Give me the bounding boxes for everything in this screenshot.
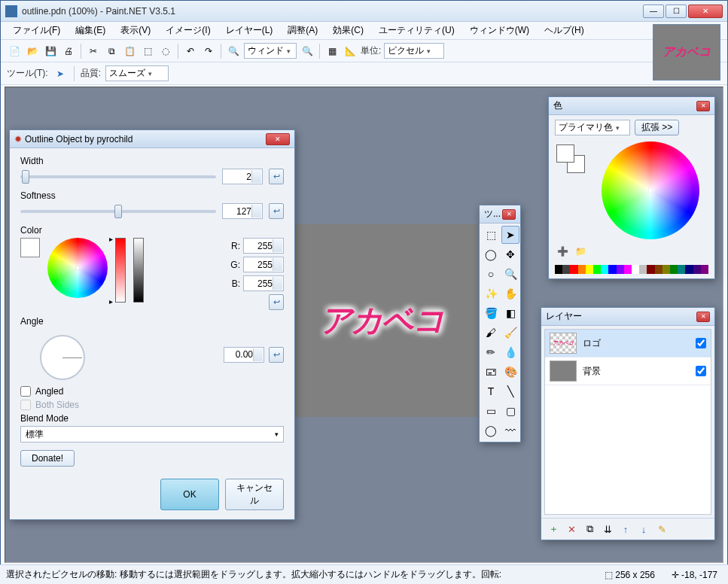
angled-checkbox[interactable]: [20, 386, 31, 397]
brush-tool-icon[interactable]: 🖌: [482, 324, 500, 342]
palette-swatch[interactable]: [678, 265, 685, 274]
grid-icon[interactable]: ▦: [324, 44, 340, 59]
move-tool-icon[interactable]: ➤: [501, 226, 519, 244]
tools-panel[interactable]: ツ... ⬚ ➤ ◯ ✥ ○ 🔍 ✨ ✋ 🪣 ◧ 🖌 🧹 ✏ 💧 🖃 🎨 T ╲…: [479, 205, 521, 443]
line-tool-icon[interactable]: ╲: [501, 382, 519, 400]
recolor-tool-icon[interactable]: 🎨: [501, 363, 519, 381]
palette-swatch[interactable]: [632, 265, 639, 274]
layer-properties-icon[interactable]: ✎: [654, 522, 669, 537]
menu-help[interactable]: ヘルプ(H): [538, 23, 590, 38]
fg-bg-swatches[interactable]: [556, 144, 588, 176]
zoom-in-icon[interactable]: 🔍: [300, 44, 315, 59]
duplicate-layer-icon[interactable]: ⧉: [582, 522, 597, 537]
menu-adjust[interactable]: 調整(A): [282, 23, 324, 38]
colors-titlebar[interactable]: 色: [549, 97, 714, 115]
eraser-tool-icon[interactable]: 🧹: [501, 324, 519, 342]
ellipse-select-tool-icon[interactable]: ○: [482, 265, 500, 283]
close-button[interactable]: [688, 5, 723, 18]
more-button[interactable]: 拡張 >>: [635, 120, 679, 135]
palette-swatch[interactable]: [608, 265, 616, 274]
menu-image[interactable]: イメージ(I): [160, 23, 216, 38]
layer-visible-checkbox[interactable]: [696, 366, 706, 376]
pan-tool-icon[interactable]: ✋: [501, 284, 519, 303]
menu-layer[interactable]: レイヤー(L): [220, 23, 279, 38]
clone-tool-icon[interactable]: 🖃: [482, 363, 500, 381]
pencil-tool-icon[interactable]: ✏: [482, 343, 500, 361]
r-input[interactable]: 255: [243, 238, 284, 254]
blend-mode-combo[interactable]: 標準: [20, 426, 284, 443]
cut-icon[interactable]: ✂: [86, 44, 101, 59]
maximize-button[interactable]: [666, 5, 687, 18]
palette-swatch[interactable]: [562, 265, 570, 274]
angle-input[interactable]: 0.00: [224, 347, 264, 363]
move-down-icon[interactable]: ↓: [636, 522, 651, 537]
new-icon[interactable]: 📄: [7, 44, 22, 59]
current-tool-icon[interactable]: ➤: [53, 66, 68, 81]
fill-tool-icon[interactable]: 🪣: [482, 304, 500, 322]
colors-close-button[interactable]: [696, 101, 710, 111]
print-icon[interactable]: 🖨: [61, 44, 76, 59]
save-icon[interactable]: 💾: [43, 44, 58, 59]
palette-swatch[interactable]: [570, 265, 577, 274]
palette-swatch[interactable]: [578, 265, 586, 274]
menu-utility[interactable]: ユーティリティ(U): [373, 23, 461, 38]
wand-tool-icon[interactable]: ✨: [482, 284, 500, 303]
tools-close-button[interactable]: [502, 209, 516, 220]
softness-slider[interactable]: [20, 210, 216, 213]
tools-titlebar[interactable]: ツ...: [480, 205, 520, 224]
palette-swatch[interactable]: [586, 265, 593, 274]
width-input[interactable]: 2: [222, 169, 263, 184]
zoom-tool-icon[interactable]: 🔍: [501, 265, 519, 283]
lasso-tool-icon[interactable]: ◯: [482, 245, 500, 263]
palette-swatch[interactable]: [693, 265, 701, 274]
open-icon[interactable]: 📂: [25, 44, 40, 59]
delete-layer-icon[interactable]: ✕: [564, 522, 579, 537]
deselect-icon[interactable]: ◌: [158, 44, 173, 59]
undo-icon[interactable]: ↶: [183, 44, 198, 59]
palette-options-icon[interactable]: 📁: [573, 244, 588, 259]
palette-swatch[interactable]: [601, 265, 608, 274]
ellipse-tool-icon[interactable]: ◯: [482, 421, 500, 440]
color-reset-button[interactable]: [269, 294, 284, 310]
text-tool-icon[interactable]: T: [482, 382, 500, 400]
menu-view[interactable]: 表示(V): [114, 23, 157, 38]
unit-combo[interactable]: ピクセル: [384, 43, 444, 59]
dialog-close-button[interactable]: [266, 133, 290, 145]
softness-input[interactable]: 127: [222, 203, 263, 219]
outline-dialog[interactable]: ✸ Outline Object by pyrochild Width 2 So…: [9, 129, 295, 520]
freeform-tool-icon[interactable]: 〰: [501, 421, 519, 440]
width-slider[interactable]: [20, 175, 216, 178]
layer-row[interactable]: 背景: [545, 357, 711, 385]
menu-window[interactable]: ウィンドウ(W): [464, 23, 535, 38]
quality-combo[interactable]: スムーズ: [105, 65, 169, 81]
cancel-button[interactable]: キャンセル: [225, 479, 284, 510]
color-wheel[interactable]: [47, 238, 108, 298]
which-color-combo[interactable]: プライマリ色: [555, 120, 630, 135]
paste-icon[interactable]: 📋: [122, 44, 137, 59]
b-input[interactable]: 255: [243, 275, 284, 291]
donate-button[interactable]: Donate!: [20, 450, 75, 467]
palette-swatch[interactable]: [593, 265, 601, 274]
titlebar[interactable]: outline.pdn (100%) - Paint.NET V3.5.1: [1, 1, 727, 22]
value-bar[interactable]: [133, 238, 144, 303]
wheel-picker-large[interactable]: [648, 188, 653, 193]
g-input[interactable]: 255: [243, 257, 284, 272]
color-wheel-large[interactable]: [602, 141, 699, 239]
rect-select-tool-icon[interactable]: ⬚: [482, 226, 500, 244]
layers-panel[interactable]: レイヤー アカベコロゴ背景 ＋ ✕ ⧉ ⇊ ↑ ↓ ✎: [541, 307, 715, 540]
move-up-icon[interactable]: ↑: [618, 522, 633, 537]
layer-row[interactable]: アカベコロゴ: [545, 330, 711, 357]
palette-swatch[interactable]: [655, 265, 663, 274]
menu-file[interactable]: ファイル(F): [7, 23, 66, 38]
merge-down-icon[interactable]: ⇊: [600, 522, 615, 537]
menu-effects[interactable]: 効果(C): [327, 23, 370, 38]
move-selection-tool-icon[interactable]: ✥: [501, 245, 519, 263]
palette-swatch[interactable]: [701, 265, 708, 274]
rect-tool-icon[interactable]: ▭: [482, 402, 500, 420]
layers-close-button[interactable]: [696, 312, 710, 322]
add-layer-icon[interactable]: ＋: [546, 522, 561, 537]
copy-icon[interactable]: ⧉: [104, 44, 119, 59]
zoom-out-icon[interactable]: 🔍: [226, 44, 241, 59]
colors-panel[interactable]: 色 プライマリ色 拡張 >> ➕ 📁: [548, 96, 715, 279]
dialog-titlebar[interactable]: ✸ Outline Object by pyrochild: [10, 130, 294, 148]
